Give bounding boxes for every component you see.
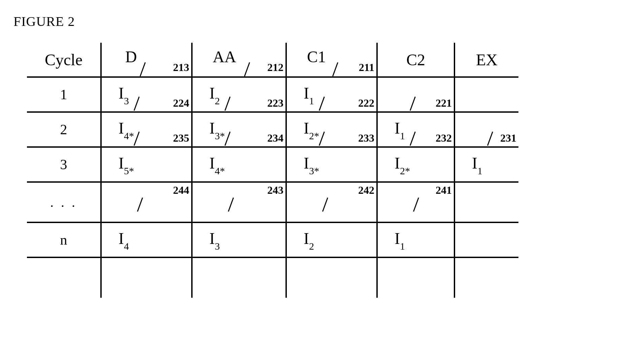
cycle-cell: n <box>27 222 101 257</box>
cycle-label: . . . <box>50 195 77 210</box>
ref-number: 224 <box>173 97 189 109</box>
ref-slash-icon <box>225 97 231 111</box>
ref-slash-icon <box>487 132 493 146</box>
pipeline-cell: I2 <box>286 222 377 257</box>
col-aa: AA 212 <box>192 43 286 77</box>
table-row: nI4I3I2I1 <box>27 222 518 257</box>
ref-slash-icon <box>319 97 325 111</box>
pipeline-table-wrap: Cycle D 213 AA 212 C1 <box>27 43 518 298</box>
cell-value: I3* <box>304 154 319 175</box>
ref-number: 234 <box>267 132 283 144</box>
cycle-label: n <box>60 232 67 248</box>
ref-number: 231 <box>500 132 516 144</box>
col-c1: C1 211 <box>286 43 377 77</box>
table-trailing-row <box>27 257 518 298</box>
table-row: 1I3224I2223I1222221 <box>27 77 518 112</box>
pipeline-cell: I3*234 <box>192 112 286 147</box>
pipeline-cell: 242 <box>286 182 377 222</box>
pipeline-cell: I3* <box>286 147 377 182</box>
ref-slash-icon <box>332 62 338 76</box>
pipeline-cell: 221 <box>377 77 454 112</box>
cell-value: I4* <box>209 154 225 175</box>
ref-slash-icon <box>225 132 231 146</box>
pipeline-cell: 241 <box>377 182 454 222</box>
pipeline-cell: I1232 <box>377 112 454 147</box>
pipeline-cell: 231 <box>454 112 518 147</box>
pipeline-cell: I1222 <box>286 77 377 112</box>
col-cycle: Cycle <box>27 43 101 77</box>
cell-value: I1 <box>304 84 314 105</box>
ref-number: 233 <box>358 132 374 144</box>
pipeline-cell: 243 <box>192 182 286 222</box>
pipeline-cell: I1 <box>454 147 518 182</box>
figure-title: FIGURE 2 <box>13 13 631 29</box>
pipeline-cell: I2* <box>377 147 454 182</box>
ref-number: 243 <box>267 184 283 196</box>
pipeline-cell: I2*233 <box>286 112 377 147</box>
col-aa-label: AA <box>213 48 236 66</box>
col-ex: EX <box>454 43 518 77</box>
ref-slash-icon <box>410 97 416 111</box>
cell-value: I4 <box>118 229 129 250</box>
cell-value: I1 <box>395 119 405 140</box>
ref-number: 241 <box>436 184 452 196</box>
cell-value: I3 <box>209 229 220 250</box>
table-row: . . .244243242241 <box>27 182 518 222</box>
col-c2: C2 <box>377 43 454 77</box>
cell-value: I2 <box>304 229 314 250</box>
pipeline-table: Cycle D 213 AA 212 C1 <box>27 43 518 298</box>
pipeline-cell: I3 <box>192 222 286 257</box>
cycle-cell: . . . <box>27 182 101 222</box>
cell-value: I5* <box>118 154 134 175</box>
ref-number: 221 <box>436 97 452 109</box>
ref-slash-icon <box>228 197 234 212</box>
pipeline-cell: I4 <box>101 222 192 257</box>
col-c2-label: C2 <box>406 51 425 69</box>
pipeline-cell: I4* <box>192 147 286 182</box>
ref-211: 211 <box>359 61 374 74</box>
cell-value: I2* <box>395 154 410 175</box>
cycle-cell: 3 <box>27 147 101 182</box>
pipeline-cell: I4*235 <box>101 112 192 147</box>
ref-number: 242 <box>358 184 374 196</box>
ref-212: 212 <box>267 61 283 74</box>
ref-213: 213 <box>173 61 189 74</box>
pipeline-cell: 244 <box>101 182 192 222</box>
ref-slash-icon <box>322 197 328 212</box>
cycle-label: 2 <box>60 122 67 137</box>
ref-slash-icon <box>319 132 325 146</box>
ref-slash-icon <box>413 197 419 212</box>
cell-value: I2* <box>304 119 319 140</box>
pipeline-cell <box>454 182 518 222</box>
cycle-label: 1 <box>60 87 67 102</box>
cell-value: I1 <box>395 229 405 250</box>
ref-number: 222 <box>358 97 374 109</box>
table-header-row: Cycle D 213 AA 212 C1 <box>27 43 518 77</box>
cell-value: I3 <box>118 84 129 105</box>
pipeline-cell: I1 <box>377 222 454 257</box>
col-c1-label: C1 <box>307 48 326 66</box>
ref-slash-icon <box>244 62 250 76</box>
cell-value: I4* <box>118 119 134 140</box>
ref-slash-icon <box>410 132 416 146</box>
ref-number: 223 <box>267 97 283 109</box>
table-row: 3I5*I4*I3*I2*I1 <box>27 147 518 182</box>
cycle-cell: 2 <box>27 112 101 147</box>
pipeline-cell: I2223 <box>192 77 286 112</box>
col-d-label: D <box>125 48 137 66</box>
cycle-cell: 1 <box>27 77 101 112</box>
pipeline-cell <box>454 77 518 112</box>
ref-slash-icon <box>137 197 143 212</box>
ref-number: 244 <box>173 184 189 196</box>
cycle-label: 3 <box>60 157 67 172</box>
ref-number: 232 <box>436 132 452 144</box>
ref-slash-icon <box>140 62 146 76</box>
pipeline-cell: I5* <box>101 147 192 182</box>
ref-slash-icon <box>134 132 140 146</box>
col-d: D 213 <box>101 43 192 77</box>
col-cycle-label: Cycle <box>45 51 82 69</box>
cell-value: I1 <box>472 154 482 175</box>
pipeline-cell <box>454 222 518 257</box>
pipeline-cell: I3224 <box>101 77 192 112</box>
col-ex-label: EX <box>476 51 498 69</box>
